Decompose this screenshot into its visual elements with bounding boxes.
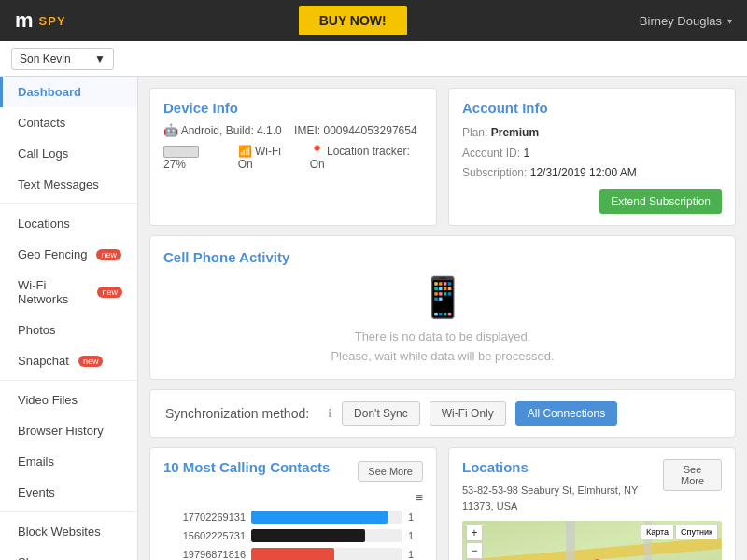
imei-label: IMEI:: [294, 124, 320, 137]
sidebar-item-contacts[interactable]: Contacts: [0, 107, 137, 138]
bar-label: 15602225731: [163, 530, 246, 541]
sidebar-item-label-photos: Photos: [18, 323, 55, 337]
battery-indicator: 27%: [163, 145, 225, 171]
plan-value: Premium: [491, 126, 539, 139]
main-layout: DashboardContactsCall LogsText MessagesL…: [0, 77, 747, 560]
locations-see-more[interactable]: See More: [663, 459, 722, 491]
bar-chart-row: 177022691311: [163, 511, 423, 524]
device-stats: 27% 📶 Wi-Fi On 📍 Location tracker: On: [163, 145, 423, 171]
logo-m-letter: m: [15, 8, 34, 33]
map-type-buttons: Карта Спутник: [641, 525, 718, 539]
sidebar-item-label-dashboard: Dashboard: [18, 85, 81, 99]
sidebar-item-snapchat[interactable]: Snapchatnew: [0, 345, 137, 376]
extend-subscription-button[interactable]: Extend Subscription: [599, 189, 722, 214]
user-menu[interactable]: Birney Douglas ▾: [640, 14, 732, 28]
hamburger-icon[interactable]: ≡: [163, 490, 423, 505]
account-id-label: Account ID:: [462, 147, 520, 160]
location-label: Location tracker:: [327, 145, 410, 158]
badge-new-snapchat: new: [78, 356, 104, 367]
subscription-row: Subscription: 12/31/2019 12:00 AM: [462, 163, 722, 184]
account-details: Plan: Premium Account ID: 1 Subscription…: [462, 123, 722, 184]
cell-phone-activity-title: Cell Phone Activity: [163, 249, 722, 265]
calling-contacts-card: 10 Most Calling Contacts See More ≡ 1770…: [149, 447, 437, 560]
battery-pct: 27%: [163, 158, 186, 171]
map-type-carta-button[interactable]: Карта: [641, 525, 674, 539]
map-zoom-out-button[interactable]: −: [466, 542, 483, 559]
map-zoom-in-button[interactable]: +: [466, 525, 483, 541]
chevron-down-icon: ▾: [727, 16, 732, 26]
bar-outer: [251, 529, 402, 542]
sidebar-divider-2: [0, 380, 137, 381]
sidebar-item-label-snapchat: Snapchat: [18, 354, 69, 368]
location-icon: 📍: [310, 145, 324, 158]
sidebar-item-label-events: Events: [18, 485, 55, 499]
sidebar-item-label-skype: Skype: [18, 555, 51, 560]
no-data-line2: Please, wait while data will be processe…: [163, 347, 722, 367]
locations-title-group: Locations 53-82-53-98 Seabury St, Elmhur…: [462, 459, 663, 513]
all-connections-button[interactable]: All Connections: [515, 401, 617, 426]
calling-contacts-title: 10 Most Calling Contacts: [163, 459, 330, 475]
bar-count: 1: [408, 530, 423, 541]
dont-sync-button[interactable]: Don't Sync: [342, 401, 420, 426]
calling-contacts-see-more[interactable]: See More: [358, 461, 423, 482]
cell-phone-activity-card: Cell Phone Activity 📱 There is no data t…: [149, 235, 736, 381]
locations-card: Locations 53-82-53-98 Seabury St, Elmhur…: [448, 447, 736, 560]
sync-method-card: Synchronization method: ℹ Don't Sync Wi-…: [149, 389, 736, 438]
sidebar-divider-3: [0, 511, 137, 512]
sidebar-item-skype[interactable]: Skype: [0, 547, 137, 560]
sidebar-item-geo-fencing[interactable]: Geo Fencingnew: [0, 239, 137, 270]
sidebar-item-call-logs[interactable]: Call Logs: [0, 138, 137, 169]
map-type-sputnik-button[interactable]: Спутник: [675, 525, 718, 539]
buy-now-button[interactable]: BUY NOW!: [299, 6, 407, 35]
device-dropdown[interactable]: Son Kevin ▼: [11, 48, 114, 70]
wifi-status: 📶 Wi-Fi On: [238, 145, 297, 171]
device-os: Android: [181, 124, 219, 137]
wifi-only-button[interactable]: Wi-Fi Only: [430, 401, 506, 426]
imei-value: 000944053297654: [323, 124, 416, 137]
plan-row: Plan: Premium: [462, 123, 722, 144]
device-info-title: Device Info: [163, 100, 423, 116]
subscription-value: 12/31/2019 12:00 AM: [530, 166, 637, 179]
locations-title: Locations: [462, 459, 663, 475]
sidebar: DashboardContactsCall LogsText MessagesL…: [0, 77, 138, 560]
sidebar-item-browser-history[interactable]: Browser History: [0, 415, 137, 446]
sidebar-item-label-video-files: Video Files: [18, 393, 78, 407]
sidebar-item-label-locations: Locations: [18, 217, 70, 231]
location-status: 📍 Location tracker: On: [310, 145, 423, 171]
wifi-label: Wi-Fi: [255, 145, 281, 158]
plan-label: Plan:: [462, 126, 487, 139]
wifi-value: On: [238, 158, 253, 171]
info-icon: ℹ: [328, 407, 332, 420]
location-address: 53-82-53-98 Seabury St, Elmhurst, NY 113…: [462, 483, 663, 513]
device-name: Son Kevin: [20, 52, 71, 65]
sidebar-item-dashboard[interactable]: Dashboard: [0, 77, 137, 107]
dropdown-arrow-icon: ▼: [94, 52, 106, 65]
bar-chart-row: 197968718161: [163, 548, 423, 560]
sync-label: Synchronization method:: [165, 406, 309, 421]
battery-bar: [163, 146, 199, 158]
bar-count: 1: [408, 549, 423, 560]
sidebar-item-emails[interactable]: Emails: [0, 446, 137, 477]
bottom-row: 10 Most Calling Contacts See More ≡ 1770…: [149, 447, 736, 560]
bar-fill: [251, 548, 334, 560]
bar-fill: [251, 511, 388, 524]
locations-header: Locations 53-82-53-98 Seabury St, Elmhur…: [462, 459, 722, 513]
calling-contacts-header: 10 Most Calling Contacts See More: [163, 459, 423, 483]
account-info-title: Account Info: [462, 100, 722, 116]
sidebar-item-photos[interactable]: Photos: [0, 315, 137, 345]
bar-outer: [251, 548, 402, 560]
sidebar-item-video-files[interactable]: Video Files: [0, 385, 137, 415]
sidebar-item-events[interactable]: Events: [0, 477, 137, 508]
sidebar-item-label-geo-fencing: Geo Fencing: [18, 247, 87, 261]
account-info-card: Account Info Plan: Premium Account ID: 1…: [448, 88, 736, 226]
badge-new-wi-fi-networks: new: [97, 287, 122, 298]
sidebar-item-locations[interactable]: Locations: [0, 208, 137, 239]
sidebar-item-block-websites[interactable]: Block Websites: [0, 516, 137, 547]
subscription-label: Subscription:: [462, 166, 527, 179]
sidebar-item-text-messages[interactable]: Text Messages: [0, 169, 137, 200]
sidebar-item-wi-fi-networks[interactable]: Wi-Fi Networksnew: [0, 270, 137, 315]
badge-new-geo-fencing: new: [96, 249, 121, 260]
location-value: On: [310, 158, 325, 171]
user-name: Birney Douglas: [640, 14, 722, 28]
account-id-value: 1: [523, 147, 529, 160]
